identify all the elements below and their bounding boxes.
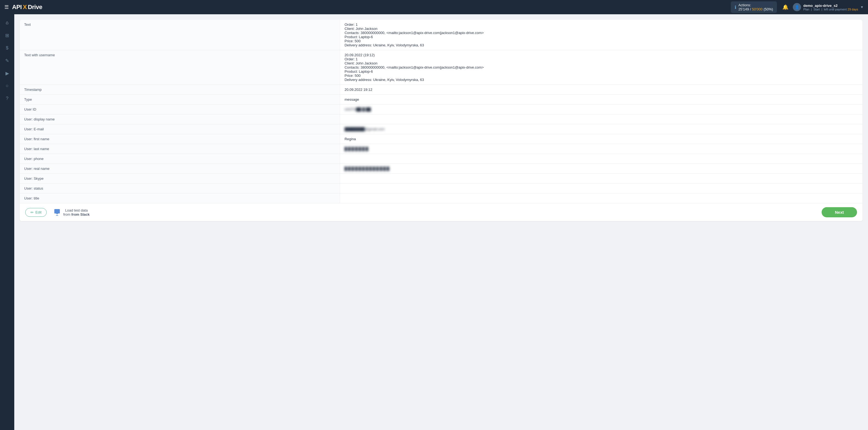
chevron-down-icon: ▼ [860,5,864,9]
user-menu[interactable]: 👤 demo_apix-drive_s2 Plan | Start | left… [793,3,864,11]
actions-counter: ℹ Actions: 25'149 / 50'000 (50%) [731,1,777,13]
row-label: User: display name [20,115,340,124]
row-value: █ █ █ █ █ █ █ █ █ █ █ █ █ [340,164,863,174]
user-plan: Plan | Start | left until payment 29 day… [803,8,858,11]
table-row: User: real name█ █ █ █ █ █ █ █ █ █ █ █ █ [20,164,863,174]
row-label: Timestamp [20,85,340,95]
edit-icon: ✏ [30,210,34,215]
download-icon [53,209,61,216]
row-label: User: phone [20,154,340,164]
table-row: User: status [20,184,863,193]
table-row: Typemessage [20,95,863,104]
actions-count: 25'149 [739,7,749,11]
actions-total: 50'000 [752,7,763,11]
svg-rect-2 [56,215,58,216]
load-sub-prefix: from [63,212,71,216]
logo-drive: Drive [28,4,42,11]
data-card: TextOrder: 1Client: John JacksonContacts… [20,20,863,221]
hamburger-icon[interactable]: ☰ [4,4,9,10]
sidebar-item-connections[interactable]: ⊞ [2,30,12,41]
sidebar: ⌂ ⊞ $ ✎ ▶ ○ ? [0,14,14,430]
row-label: Text with username [20,50,340,85]
info-icon: ℹ [735,5,736,10]
table-row: User: E-mail████████@gmail.com [20,124,863,134]
data-table: TextOrder: 1Client: John JacksonContacts… [20,20,863,203]
table-row: Timestamp20.09.2022 19:12 [20,85,863,95]
row-value: message [340,95,863,104]
load-sub-service: from Slack [71,212,89,216]
row-value: Order: 1Client: John JacksonContacts: 38… [340,20,863,50]
logo-api: API [12,4,22,11]
load-label-container: Load test data from from Slack [63,208,89,216]
row-value [340,174,863,184]
logo-x: X [23,4,27,11]
row-value: █ █ █ █ █ █ █ [340,144,863,154]
row-value: 20.09.2022 19:12 [340,85,863,95]
row-value [340,193,863,203]
load-test-data-button[interactable]: Load test data from from Slack [53,208,89,216]
row-label: User ID [20,104,340,115]
row-value: ████████@gmail.com [340,124,863,134]
table-row: User: phone [20,154,863,164]
row-label: Text [20,20,340,50]
table-row: User: Skype [20,174,863,184]
row-label: User: Skype [20,174,340,184]
logo: APIXDrive [12,4,42,11]
table-row: User IDU03T5I██ █ ██ [20,104,863,115]
sidebar-item-media[interactable]: ▶ [2,68,12,79]
actions-text: Actions: 25'149 / 50'000 (50%) [739,3,773,11]
row-label: Type [20,95,340,104]
navbar: ☰ APIXDrive ℹ Actions: 25'149 / 50'000 (… [0,0,868,14]
sidebar-item-profile[interactable]: ○ [2,81,12,91]
table-row: User: first nameRegina [20,134,863,144]
sidebar-item-help[interactable]: ? [2,93,12,104]
row-label: User: first name [20,134,340,144]
edit-label: Edit [35,210,41,214]
user-name: demo_apix-drive_s2 [803,4,858,8]
load-label: Load test data [65,208,88,212]
next-button[interactable]: Next [822,207,857,217]
table-row: User: display name [20,115,863,124]
sidebar-item-edit[interactable]: ✎ [2,55,12,66]
row-label: User: title [20,193,340,203]
row-label: User: E-mail [20,124,340,134]
row-value: 20.09.2022 (19:12)Order: 1Client: John J… [340,50,863,85]
edit-button[interactable]: ✏ Edit [25,208,46,217]
row-value [340,115,863,124]
bell-icon[interactable]: 🔔 [782,4,788,10]
row-value: Regina [340,134,863,144]
actions-label: Actions: [739,3,751,7]
main-layout: ⌂ ⊞ $ ✎ ▶ ○ ? TextOrder: 1Client: John J… [0,14,868,430]
navbar-right: 🔔 👤 demo_apix-drive_s2 Plan | Start | le… [782,3,864,11]
row-value [340,154,863,164]
row-label: User: real name [20,164,340,174]
card-footer: ✏ Edit Load test data from from [20,203,863,221]
row-label: User: status [20,184,340,193]
table-row: Text with username20.09.2022 (19:12)Orde… [20,50,863,85]
sidebar-item-billing[interactable]: $ [2,43,12,53]
content-area: TextOrder: 1Client: John JacksonContacts… [14,14,868,430]
user-info: demo_apix-drive_s2 Plan | Start | left u… [803,4,858,11]
row-value: U03T5I██ █ ██ [340,104,863,115]
avatar: 👤 [793,3,801,11]
sidebar-item-home[interactable]: ⌂ [2,18,12,28]
table-row: User: title [20,193,863,203]
table-row: TextOrder: 1Client: John JacksonContacts… [20,20,863,50]
row-value [340,184,863,193]
row-label: User: last name [20,144,340,154]
table-row: User: last name█ █ █ █ █ █ █ [20,144,863,154]
